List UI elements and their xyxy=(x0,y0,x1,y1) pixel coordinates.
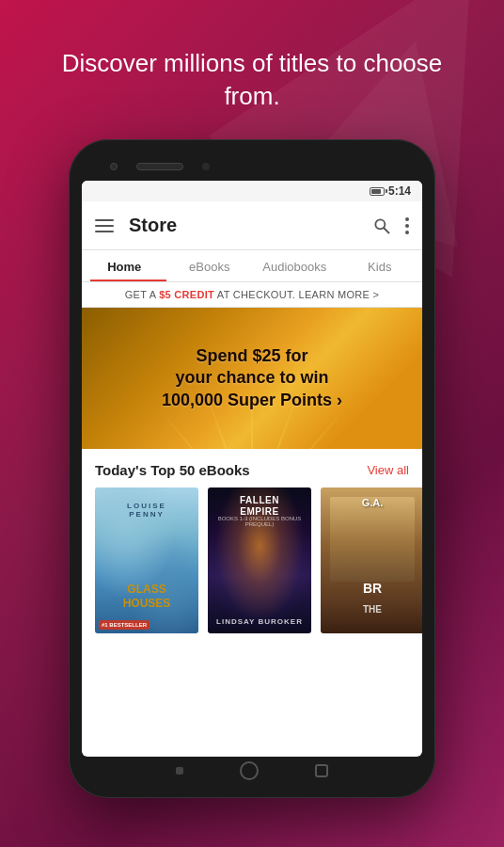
tab-home[interactable]: Home xyxy=(82,250,167,281)
app-bar-icons xyxy=(371,216,409,236)
status-time: 5:14 xyxy=(388,184,411,198)
section-header: Today's Top 50 eBooks View all xyxy=(82,449,422,487)
back-nav-icon[interactable] xyxy=(176,767,183,775)
book-2-title: FALLENEMPIRE xyxy=(208,495,311,518)
tab-audiobooks[interactable]: Audiobooks xyxy=(252,250,338,281)
book-cover-3[interactable]: G.A. BR THE xyxy=(321,487,422,633)
app-bar: Store xyxy=(82,201,422,250)
phone-device: 5:14 Store xyxy=(69,139,435,798)
section-title: Today's Top 50 eBooks xyxy=(95,462,250,478)
phone-speaker xyxy=(136,163,183,170)
svg-line-1 xyxy=(385,228,389,232)
app-title: Store xyxy=(129,215,356,236)
hero-banner[interactable]: Spend $25 foryour chance to win100,000 S… xyxy=(82,308,422,449)
front-camera-icon xyxy=(110,163,118,170)
tab-kids[interactable]: Kids xyxy=(338,250,423,281)
phone-top-bar xyxy=(82,152,422,181)
status-bar: 5:14 xyxy=(82,181,422,201)
phone-sensor xyxy=(202,163,210,170)
book-cover-1[interactable]: LOUISE PENNY GLASSHOUSES #1 BESTSELLER xyxy=(95,487,198,633)
view-all-link[interactable]: View all xyxy=(367,463,409,477)
phone-screen: 5:14 Store xyxy=(82,181,422,757)
hero-text: Spend $25 foryour chance to win100,000 S… xyxy=(162,345,342,411)
phone-outer-shell: 5:14 Store xyxy=(69,139,435,798)
search-icon[interactable] xyxy=(371,216,392,236)
credit-amount: $5 CREDIT xyxy=(159,289,214,300)
promo-banner[interactable]: GET A $5 CREDIT AT CHECKOUT. LEARN MORE … xyxy=(82,282,422,308)
phone-bottom-nav xyxy=(82,757,422,785)
navigation-tabs: Home eBooks Audiobooks Kids xyxy=(82,250,422,282)
more-options-icon[interactable] xyxy=(405,217,409,234)
svg-point-0 xyxy=(375,219,385,229)
bestseller-badge: #1 BESTSELLER xyxy=(99,620,150,630)
battery-icon xyxy=(370,187,385,196)
book-2-subtitle: BOOKS 1-3 (INCLUDES BONUS PREQUEL) xyxy=(210,516,309,527)
recents-nav-icon[interactable] xyxy=(315,764,328,777)
books-row: LOUISE PENNY GLASSHOUSES #1 BESTSELLER F… xyxy=(82,487,422,643)
book-cover-2[interactable]: FALLENEMPIRE BOOKS 1-3 (INCLUDES BONUS P… xyxy=(208,487,311,633)
menu-icon[interactable] xyxy=(95,219,114,232)
home-nav-icon[interactable] xyxy=(240,761,259,780)
phone-camera-area xyxy=(110,163,210,170)
headline-text: Discover millions of titles to choose fr… xyxy=(0,47,504,113)
tab-ebooks[interactable]: eBooks xyxy=(167,250,253,281)
book-2-author: LINDSAY BUROKER xyxy=(208,617,311,626)
hero-main-text: Spend $25 foryour chance to win100,000 S… xyxy=(162,345,342,411)
